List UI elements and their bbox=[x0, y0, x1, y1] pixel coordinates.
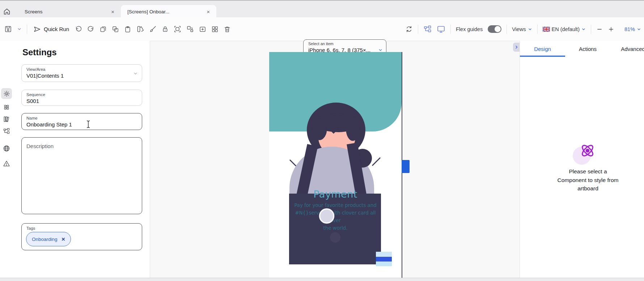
copy-icon[interactable] bbox=[99, 26, 107, 33]
flex-guides-label: Flex guides bbox=[456, 26, 483, 32]
paste-icon[interactable] bbox=[124, 26, 131, 33]
brush-icon[interactable] bbox=[149, 25, 157, 33]
tag-chip-label: Onboarding bbox=[32, 237, 58, 242]
delete-icon[interactable] bbox=[224, 26, 231, 33]
app-window: Screens × [Screens] Onboar... × Quick Ru… bbox=[0, 0, 644, 281]
name-field[interactable]: Name bbox=[21, 113, 142, 130]
uk-flag-icon bbox=[543, 27, 550, 32]
warning-triangle-icon bbox=[3, 160, 10, 167]
window-tab-bar: Screens × [Screens] Onboar... × bbox=[0, 0, 644, 18]
sync-icon[interactable] bbox=[405, 25, 413, 33]
tab-design[interactable]: Design bbox=[520, 41, 565, 57]
duplicate-icon[interactable] bbox=[112, 26, 119, 33]
flex-guides-toggle[interactable] bbox=[488, 25, 501, 33]
remove-tag-icon[interactable]: ✕ bbox=[62, 237, 65, 242]
sidebar-item-library[interactable] bbox=[2, 115, 11, 124]
toggle-knob bbox=[495, 26, 501, 32]
new-frame-icon[interactable] bbox=[199, 26, 206, 33]
styles-swatch-icon[interactable] bbox=[136, 25, 144, 33]
chevron-down-icon bbox=[637, 27, 641, 31]
sidebar-item-components[interactable] bbox=[2, 103, 11, 112]
zoom-level-dropdown[interactable]: 81% bbox=[624, 26, 641, 32]
views-label: Views bbox=[512, 26, 526, 32]
screen-title: Payment bbox=[269, 189, 402, 200]
sidebar-item-structure[interactable] bbox=[2, 127, 11, 135]
sequence-label: Sequence bbox=[26, 92, 137, 97]
illustration-accent-line bbox=[372, 157, 381, 166]
tree-icon bbox=[3, 127, 10, 135]
language-dropdown[interactable]: EN (default) bbox=[543, 26, 586, 32]
divider bbox=[450, 25, 451, 34]
empty-state-message: Please select a Component to style from … bbox=[534, 167, 642, 193]
save-icon[interactable] bbox=[4, 25, 12, 33]
message-line: artboard bbox=[534, 184, 642, 193]
illustration-dot bbox=[330, 232, 340, 243]
quick-run-button[interactable]: Quick Run bbox=[32, 25, 70, 34]
tab-actions[interactable]: Actions bbox=[565, 41, 610, 57]
artboard-resize-handle[interactable] bbox=[402, 160, 410, 173]
tags-label: Tags bbox=[26, 226, 137, 230]
illustration-hair bbox=[346, 116, 360, 141]
left-icon-rail bbox=[0, 41, 13, 278]
zoom-in-icon[interactable] bbox=[608, 26, 614, 33]
library-books-icon bbox=[3, 116, 10, 123]
undo-icon[interactable] bbox=[75, 26, 82, 33]
sidebar-item-globalization[interactable] bbox=[2, 144, 11, 153]
window-tab-label: Screens bbox=[25, 9, 43, 14]
gear-icon bbox=[3, 90, 10, 97]
language-label: EN (default) bbox=[552, 26, 580, 32]
zoom-out-icon[interactable] bbox=[596, 26, 603, 33]
message-line: Please select a bbox=[534, 167, 642, 176]
window-tab-screens[interactable]: Screens × bbox=[14, 5, 121, 18]
ungroup-icon[interactable] bbox=[186, 25, 194, 33]
view-area-value[interactable] bbox=[26, 73, 137, 79]
sidebar-item-issues[interactable] bbox=[2, 159, 11, 168]
window-tab-label: [Screens] Onboar... bbox=[127, 9, 169, 14]
bottom-scrollbar-track[interactable] bbox=[0, 278, 644, 281]
divider bbox=[27, 25, 27, 34]
component-atom-icon bbox=[579, 142, 596, 159]
layout-grid-icon[interactable] bbox=[211, 26, 219, 33]
phone-artboard[interactable]: Payment Pay for your favorite products a… bbox=[269, 52, 402, 278]
divider bbox=[507, 25, 507, 34]
screen-body-text: Pay for your favorite products and #N{}s… bbox=[290, 202, 381, 232]
view-area-select[interactable]: View/Area bbox=[21, 64, 142, 82]
close-tab-icon[interactable]: × bbox=[110, 9, 116, 15]
tags-field[interactable]: Tags Onboarding ✕ bbox=[21, 223, 142, 250]
sidebar-item-settings[interactable] bbox=[1, 88, 12, 99]
close-tab-icon[interactable]: × bbox=[205, 9, 211, 15]
view-area-label: View/Area bbox=[26, 67, 137, 72]
description-input[interactable] bbox=[26, 143, 137, 210]
settings-panel: Settings View/Area Sequence Name Tags On… bbox=[13, 41, 150, 278]
save-options-chevron-icon[interactable] bbox=[17, 27, 22, 31]
screen-body-line: #N{}services with clover card all over bbox=[290, 209, 381, 224]
striped-flag-element bbox=[376, 252, 392, 266]
group-icon[interactable] bbox=[174, 25, 181, 33]
description-field[interactable] bbox=[21, 137, 142, 214]
window-tab-onboarding[interactable]: [Screens] Onboar... × bbox=[121, 5, 216, 18]
select-item-label: Select an item bbox=[308, 42, 382, 46]
loading-spinner bbox=[318, 208, 335, 224]
tab-advanced[interactable]: Advanced bbox=[610, 41, 644, 57]
name-label: Name bbox=[26, 116, 137, 120]
panel-title: Settings bbox=[22, 47, 57, 57]
structure-tree-icon[interactable] bbox=[423, 25, 432, 33]
views-dropdown[interactable]: Views bbox=[512, 26, 532, 32]
sequence-value[interactable] bbox=[26, 98, 137, 104]
chevron-down-icon bbox=[133, 71, 138, 76]
divider bbox=[537, 25, 538, 34]
home-icon bbox=[3, 8, 11, 16]
divider bbox=[591, 25, 591, 34]
home-button[interactable] bbox=[0, 5, 14, 18]
panel-expand-button[interactable] bbox=[513, 43, 520, 52]
quick-run-label: Quick Run bbox=[44, 26, 69, 32]
sequence-field[interactable]: Sequence bbox=[21, 90, 142, 106]
lock-icon[interactable] bbox=[162, 26, 169, 33]
name-value[interactable] bbox=[26, 121, 137, 127]
style-panel-tabs: Design Actions Advanced bbox=[520, 41, 644, 57]
chevron-right-icon bbox=[514, 45, 518, 49]
tag-chip-onboarding[interactable]: Onboarding ✕ bbox=[26, 232, 71, 246]
preview-monitor-icon[interactable] bbox=[437, 25, 445, 34]
illustration-hair bbox=[312, 116, 327, 140]
redo-icon[interactable] bbox=[87, 26, 94, 33]
